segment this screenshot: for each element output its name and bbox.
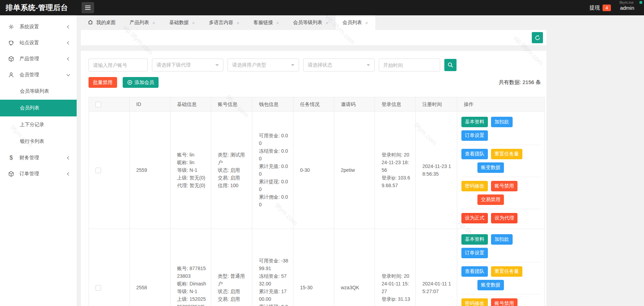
info-line: 累计充值: 1700.00 (259, 288, 289, 303)
table-header-row: ID 基础信息 账号信息 钱包信息 任务情况 邀请码 登录信息 注册时间 操作 (89, 97, 545, 112)
start-time-input[interactable] (379, 59, 440, 71)
total-unit: 条 (536, 79, 541, 85)
close-icon[interactable]: × (237, 20, 240, 25)
close-icon[interactable]: × (365, 20, 368, 25)
action-button-group: 基本资料加扣款订单设置 (461, 113, 541, 145)
action-button[interactable]: 加扣款 (491, 234, 513, 245)
action-button[interactable]: 重置任务量 (491, 149, 522, 159)
filter-row: 请选择下级代理 请选择用户类型 请选择状态 (89, 59, 542, 71)
info-line: 可用资金: -3899.91 (259, 257, 289, 272)
tab-multilanguage-content[interactable]: 多语言内容 × (202, 15, 247, 30)
action-button[interactable]: 密码修改 (461, 298, 488, 306)
info-line: 上级: 暂无(0) (177, 174, 207, 182)
status-select[interactable]: 请选择状态 (303, 59, 375, 71)
main-area: 我的桌面 产品列表 × 基础数据 × 多语言内容 × 客服链接 × (77, 15, 644, 306)
sidebar-item-finance-management[interactable]: $ 财务管理 (0, 150, 77, 166)
row-tasks-cell: 0-30 (293, 112, 334, 229)
account-search-input[interactable] (89, 59, 148, 71)
close-icon[interactable]: × (192, 20, 195, 25)
tab-customer-service-link[interactable]: 客服链接 × (246, 15, 286, 30)
chevron-left-icon (66, 25, 70, 29)
sidebar-item-label: 订单管理 (20, 171, 39, 177)
refresh-button[interactable] (532, 32, 543, 43)
info-line: 交易: 启用 (218, 295, 248, 303)
sidebar: 系统设置 站点设置 产品管理 会员管理 会员等级列表 (0, 15, 77, 306)
info-line: 冻结资金: 0.00 (259, 147, 289, 162)
sidebar-item-label: 银行卡列表 (20, 138, 44, 145)
action-button[interactable]: 设为代理 (491, 213, 518, 223)
sidebar-item-label: 会员管理 (20, 72, 39, 78)
action-button[interactable]: 设为正式 (461, 213, 488, 223)
info-line: 类型: 测试用户 (218, 151, 248, 166)
info-line: 累计佣金: 0.00 (259, 193, 289, 208)
action-button[interactable]: 交易禁用 (477, 194, 504, 205)
info-line: 交易: 启用 (218, 174, 248, 182)
sidebar-item-member-management[interactable]: 会员管理 (0, 67, 77, 83)
action-button[interactable]: 重置任务量 (491, 266, 522, 277)
tab-label: 客服链接 (253, 20, 273, 26)
app-title: 排单系统-管理后台 (0, 3, 77, 13)
withdraw-link[interactable]: 提现 4 (589, 5, 611, 11)
row-actions-cell: 基本资料加扣款订单设置查看团队重置任务量账变数据密码修改账号禁用交易禁用设为正式… (457, 112, 545, 229)
sidebar-item-bank-card-list[interactable]: 银行卡列表 (0, 133, 77, 150)
search-button[interactable] (444, 59, 457, 71)
action-button[interactable]: 查看团队 (461, 149, 488, 159)
user-type-select[interactable]: 请选择用户类型 (228, 59, 299, 71)
tab-my-desktop[interactable]: 我的桌面 (81, 15, 123, 30)
member-table-body: 2559账号: lin昵称: lin等级: N-1上级: 暂无(0)代理: 暂无… (89, 112, 545, 306)
action-button[interactable]: 订单设置 (461, 130, 488, 141)
sidebar-item-order-management[interactable]: 订单管理 (0, 166, 77, 182)
column-header-account-info: 账号信息 (211, 97, 252, 112)
cube-icon (8, 55, 15, 62)
action-button[interactable]: 订单设置 (461, 248, 488, 258)
tab-product-list[interactable]: 产品列表 × (123, 15, 162, 30)
sidebar-item-member-list[interactable]: 会员列表 (0, 100, 77, 116)
close-icon[interactable]: × (152, 20, 155, 25)
action-button[interactable]: 查看团队 (461, 266, 488, 277)
close-icon[interactable]: × (276, 20, 279, 25)
row-register-time-cell: 2024-01-11 15:27:07 (416, 229, 457, 306)
sidebar-item-member-level-list[interactable]: 会员等级列表 (0, 83, 77, 100)
agent-select[interactable]: 请选择下级代理 (152, 59, 223, 71)
info-line: 代理: 暂无(0) (177, 182, 207, 189)
add-member-button[interactable]: 添加会员 (123, 77, 159, 88)
sidebar-item-site-settings[interactable]: 站点设置 (0, 35, 77, 51)
sidebar-item-label: 上下分记录 (20, 122, 44, 128)
row-checkbox[interactable] (95, 168, 101, 173)
table-row: 2559账号: lin昵称: lin等级: N-1上级: 暂无(0)代理: 暂无… (89, 112, 545, 229)
select-all-checkbox[interactable] (95, 102, 101, 107)
column-header-id: ID (130, 97, 170, 112)
action-toolbar: 批量禁用 添加会员 共有数据: 2156 条 (89, 77, 542, 88)
action-button[interactable]: 账变数据 (477, 162, 504, 173)
user-menu[interactable]: admin (620, 5, 634, 11)
row-account-info-cell: 类型: 测试用户状态: 启用交易: 启用信用: 100 (211, 112, 252, 229)
total-count: 2156 (522, 79, 534, 85)
info-line: 上级: 15202595989(2519) (177, 295, 207, 306)
tab-member-list[interactable]: 会员列表 × (336, 15, 375, 30)
tab-member-level-list[interactable]: 会员等级列表 × (286, 15, 336, 30)
sidebar-item-updown-records[interactable]: 上下分记录 (0, 116, 77, 133)
info-line: 账号: lin (177, 151, 207, 159)
sidebar-item-system-settings[interactable]: 系统设置 (0, 19, 77, 35)
column-header-basic-info: 基础信息 (170, 97, 211, 112)
menu-toggle-button[interactable] (82, 2, 94, 13)
action-button[interactable]: 密码修改 (461, 181, 488, 191)
tab-label: 基础数据 (169, 20, 189, 26)
action-button[interactable]: 账号禁用 (491, 181, 518, 191)
close-icon[interactable]: × (325, 20, 329, 25)
action-button[interactable]: 加扣款 (491, 117, 513, 127)
row-select-cell (89, 112, 130, 229)
batch-disable-button[interactable]: 批量禁用 (89, 77, 117, 88)
chevron-left-icon (66, 172, 70, 176)
action-button[interactable]: 基本资料 (461, 117, 488, 127)
total-count-text: 共有数据: 2156 条 (499, 79, 541, 86)
row-checkbox[interactable] (95, 285, 101, 291)
chevron-left-icon (66, 156, 70, 160)
action-button[interactable]: 账号禁用 (491, 298, 518, 306)
action-button[interactable]: 账变数据 (477, 280, 504, 290)
row-actions-cell: 基本资料加扣款订单设置查看团队重置任务量账变数据密码修改账号禁用交易禁用设为正式… (457, 229, 545, 306)
sidebar-item-product-management[interactable]: 产品管理 (0, 51, 77, 67)
info-line: 登录ip: 103.69.68.57 (382, 174, 411, 189)
tab-basic-data[interactable]: 基础数据 × (162, 15, 202, 30)
action-button[interactable]: 基本资料 (461, 234, 488, 245)
